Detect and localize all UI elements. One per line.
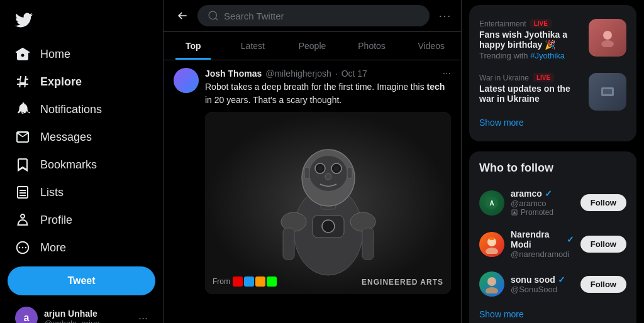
twitter-logo[interactable] <box>8 5 155 38</box>
svg-rect-25 <box>489 238 494 240</box>
sidebar-item-messages-label: Messages <box>40 131 92 144</box>
search-bar: ⋯ <box>164 0 461 32</box>
user-names: arjun Unhale @unhale_arjun <box>44 309 132 324</box>
bookmark-icon <box>15 157 30 172</box>
home-icon <box>15 47 30 62</box>
sidebar-item-lists-label: Lists <box>40 186 64 199</box>
sidebar-item-bookmarks-label: Bookmarks <box>40 158 97 172</box>
trending-item-ukraine[interactable]: War in Ukraine LIVE Latest updates on th… <box>469 67 636 111</box>
robot-svg <box>259 118 397 288</box>
trending-category-2: War in Ukraine LIVE <box>479 73 581 82</box>
avatar: a <box>15 307 38 323</box>
wtf-name-sonu: sonu sood ✓ <box>511 275 574 285</box>
svg-point-27 <box>486 287 498 293</box>
tweet-more-icon[interactable]: ··· <box>443 68 451 79</box>
wtf-show-more[interactable]: Show more <box>469 303 636 323</box>
trending-subtitle-1: Trending with #Jyothika <box>479 51 581 60</box>
user-more-icon[interactable]: ··· <box>138 312 148 324</box>
verified-icon-sonu: ✓ <box>558 275 565 285</box>
trending-image-2 <box>589 73 626 111</box>
wtf-item-modi[interactable]: Narendra Modi ✓ @narendramodi Follow <box>469 223 636 265</box>
sidebar-item-notifications[interactable]: Notifications <box>8 96 155 123</box>
svg-point-14 <box>325 173 331 180</box>
trending-item-jyothika[interactable]: Entertainment LIVE Fans wish Jyothika a … <box>469 13 636 67</box>
sidebar-item-more-label: More <box>40 241 66 255</box>
envelope-icon <box>15 129 30 145</box>
live-badge-2: LIVE <box>533 73 554 82</box>
svg-rect-20 <box>603 89 612 94</box>
wtf-avatar-sonu <box>479 271 504 297</box>
wtf-avatar-aramco: A <box>479 190 504 216</box>
sidebar-item-explore-label: Explore <box>40 75 82 89</box>
follow-button-sonu[interactable]: Follow <box>580 276 626 293</box>
svg-point-18 <box>601 40 614 47</box>
user-profile-section[interactable]: a arjun Unhale @unhale_arjun ··· <box>8 300 155 323</box>
svg-point-24 <box>486 248 498 254</box>
search-input-wrap[interactable] <box>197 5 430 26</box>
user-display-name: arjun Unhale <box>44 309 132 319</box>
tweet-image[interactable]: ENGINEERED ARTS From <box>205 112 451 294</box>
tab-photos[interactable]: Photos <box>342 32 402 60</box>
tab-people[interactable]: People <box>282 32 342 60</box>
wtf-avatar-modi <box>479 232 504 257</box>
wtf-handle-aramco: @aramco <box>511 199 574 208</box>
svg-point-13 <box>334 166 339 171</box>
tweet-avatar <box>174 68 199 93</box>
search-icon <box>208 10 219 21</box>
wtf-info-aramco: aramco ✓ @aramco Promoted <box>511 189 574 217</box>
tweet-body: Josh Thomas @milehigherjosh · Oct 17 ···… <box>205 68 451 294</box>
sidebar-item-profile-label: Profile <box>40 214 72 227</box>
back-button[interactable] <box>174 7 191 25</box>
sidebar-item-more[interactable]: More <box>8 234 155 261</box>
sidebar: Home Explore Notifications Messages Book <box>0 0 164 323</box>
svg-rect-16 <box>347 167 352 178</box>
verified-icon-modi: ✓ <box>567 234 574 244</box>
trending-title-1: Fans wish Jyothika a happy birthday 🎉 <box>479 30 581 50</box>
wtf-handle-modi: @narendramodi <box>511 249 574 259</box>
sidebar-item-home[interactable]: Home <box>8 40 155 68</box>
svg-point-2 <box>322 220 335 233</box>
trending-title-2: Latest updates on the war in Ukraine <box>479 84 581 104</box>
tweet-user-name: Josh Thomas <box>205 68 262 79</box>
wtf-info-sonu: sonu sood ✓ @SonuSood <box>511 275 574 294</box>
svg-rect-15 <box>304 167 309 178</box>
right-sidebar: Entertainment LIVE Fans wish Jyothika a … <box>462 0 644 323</box>
user-handle: @unhale_arjun <box>44 319 132 324</box>
trending-show-more[interactable]: Show more <box>469 111 636 134</box>
sidebar-item-messages[interactable]: Messages <box>8 123 155 151</box>
svg-text:A: A <box>489 200 494 207</box>
wtf-item-aramco[interactable]: A aramco ✓ @aramco Promoted Follow <box>469 182 636 223</box>
svg-point-26 <box>487 277 496 286</box>
trending-section: Entertainment LIVE Fans wish Jyothika a … <box>469 5 636 141</box>
wtf-name-aramco: aramco ✓ <box>511 189 574 199</box>
tab-videos[interactable]: Videos <box>401 32 461 60</box>
wtf-item-sonu[interactable]: sonu sood ✓ @SonuSood Follow <box>469 265 636 303</box>
tweet-button[interactable]: Tweet <box>8 266 155 295</box>
main-content: ⋯ Top Latest People Photos Videos Josh T… <box>164 0 462 323</box>
sidebar-item-profile[interactable]: Profile <box>8 206 155 234</box>
tab-top[interactable]: Top <box>164 32 223 60</box>
trending-image-1 <box>589 19 626 57</box>
wtf-promoted-aramco: Promoted <box>511 208 574 217</box>
svg-rect-6 <box>362 228 374 260</box>
tab-latest[interactable]: Latest <box>223 32 283 60</box>
live-badge-1: LIVE <box>530 19 552 28</box>
verified-icon-aramco: ✓ <box>545 189 552 199</box>
search-input[interactable] <box>224 11 419 21</box>
search-more-icon[interactable]: ⋯ <box>438 8 451 23</box>
follow-button-modi[interactable]: Follow <box>580 236 626 253</box>
tabs-bar: Top Latest People Photos Videos <box>164 32 461 60</box>
who-to-follow-section: Who to follow A aramco ✓ @aramco Promote… <box>469 151 636 323</box>
sidebar-item-notifications-label: Notifications <box>40 103 102 116</box>
list-icon <box>15 185 30 200</box>
svg-rect-4 <box>283 228 294 260</box>
follow-button-aramco[interactable]: Follow <box>580 194 626 211</box>
sidebar-item-lists[interactable]: Lists <box>8 178 155 206</box>
tweet-user-handle: @milehigherjosh <box>265 68 331 79</box>
tweet-card: Josh Thomas @milehigherjosh · Oct 17 ···… <box>164 60 461 302</box>
sidebar-item-bookmarks[interactable]: Bookmarks <box>8 151 155 178</box>
trending-category-1: Entertainment LIVE <box>479 19 581 28</box>
tweet-date: Oct 17 <box>341 68 367 79</box>
sidebar-item-explore[interactable]: Explore <box>8 68 155 96</box>
wtf-info-modi: Narendra Modi ✓ @narendramodi <box>511 229 574 259</box>
